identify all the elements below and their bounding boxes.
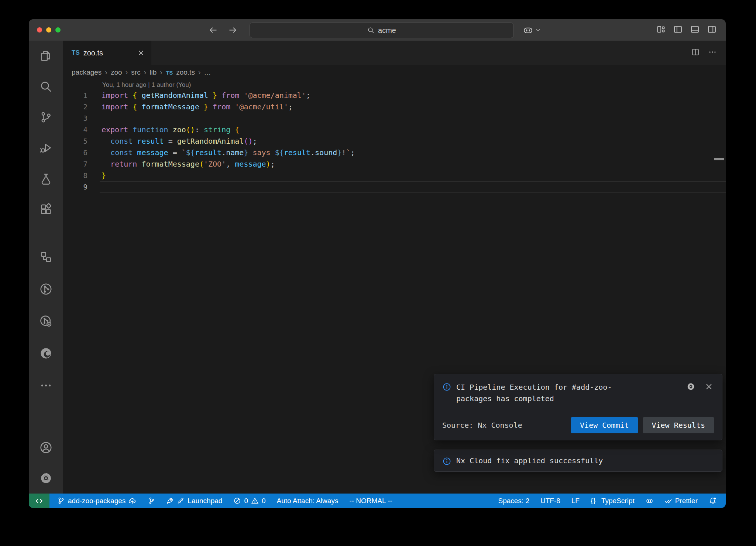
activity-references[interactable] [29,241,63,273]
code-text: } [87,170,106,181]
code-line[interactable]: 3 [63,113,726,124]
view-results-button[interactable]: View Results [643,417,714,433]
traffic-lights [37,19,61,41]
breadcrumb-item[interactable]: zoo.ts [176,68,195,76]
breadcrumb-separator: › [126,68,128,76]
code-text: const result = getRandomAnimal(); [87,136,257,147]
code-line[interactable]: 5 const result = getRandomAnimal(); [63,136,726,147]
remote-icon [35,497,43,505]
line-number[interactable]: 9 [63,181,87,193]
statusbar-auto-attach[interactable]: Auto Attach: Always [271,494,344,508]
toggle-secondary-sidebar-button[interactable] [707,24,717,36]
statusbar-notifications-bell[interactable] [703,494,722,508]
rocket-icon [166,497,174,505]
line-number[interactable]: 1 [63,90,87,101]
nx-graph-icon [39,283,52,296]
line-number[interactable]: 5 [63,136,87,147]
statusbar-language-mode[interactable]: {}TypeScript [585,494,640,508]
hierarchy-icon [39,250,52,263]
nx-cloud-icon [39,315,52,328]
sidebar-right-icon [707,24,717,34]
activity-bar [29,41,63,494]
chevron-down-icon [535,27,541,33]
customize-layout-button[interactable] [656,24,666,36]
activity-search[interactable] [29,71,63,102]
statusbar-source-control-graph[interactable] [142,494,161,508]
line-number[interactable]: 4 [63,124,87,136]
navigate-forward-icon[interactable] [228,25,238,35]
navigate-back-icon[interactable] [208,25,218,35]
line-number[interactable]: 8 [63,170,87,181]
code-line[interactable]: 2import { formatMessage } from '@acme/ut… [63,101,726,113]
statusbar-problems[interactable]: 00 [228,494,271,508]
breadcrumb-item[interactable]: lib [150,68,157,76]
line-number[interactable]: 6 [63,147,87,158]
breadcrumb-more[interactable]: … [204,68,211,76]
breadcrumb-item[interactable]: zoo [111,68,122,76]
activity-nx-console[interactable] [29,273,63,305]
typescript-file-icon: TS [72,49,80,57]
more-actions-button[interactable] [708,48,717,58]
activity-accounts[interactable] [29,432,63,463]
statusbar-nx-launchpad[interactable]: Launchpad [161,494,228,508]
code-line[interactable]: 1import { getRandomAnimal } from '@acme/… [63,90,726,101]
code-line[interactable]: 9 [63,181,726,193]
line-number[interactable]: 2 [63,101,87,113]
activity-source-control[interactable] [29,102,63,133]
tab-close-icon[interactable] [137,49,145,57]
notification-settings-icon[interactable] [687,382,695,391]
remote-indicator[interactable] [29,494,49,508]
statusbar-formatter-prettier[interactable]: Prettier [659,494,703,508]
code-line[interactable]: 4export function zoo(): string { [63,124,726,136]
breadcrumb-separator: › [160,68,162,76]
activity-explorer[interactable] [29,41,63,71]
statusbar-label: LF [571,497,580,505]
activity-edge-tools[interactable] [29,337,63,369]
split-editor-button[interactable] [691,48,700,58]
view-commit-button[interactable]: View Commit [571,417,638,433]
statusbar-label: UTF-8 [540,497,560,505]
breadcrumb-separator: › [144,68,147,76]
extensions-icon [39,203,52,216]
code-text: const message = `${result.name} says ${r… [87,147,355,158]
statusbar-eol[interactable]: LF [566,494,585,508]
code-line[interactable]: 6 const message = `${result.name} says $… [63,147,726,158]
activity-extensions[interactable] [29,194,63,225]
line-number[interactable]: 3 [63,113,87,124]
statusbar-vim-mode[interactable]: -- NORMAL -- [344,494,398,508]
statusbar-copilot-status[interactable] [640,494,659,508]
ellipsis-icon [39,379,52,392]
statusbar-indentation[interactable]: Spaces: 2 [492,494,535,508]
debug-icon [39,141,52,154]
code-text [87,113,102,124]
statusbar-label: -- NORMAL -- [349,497,392,505]
line-number[interactable]: 7 [63,158,87,170]
activity-more-views[interactable] [29,369,63,402]
split-icon [691,48,700,57]
activity-run-and-debug[interactable] [29,133,63,163]
activity-nx-cloud[interactable] [29,305,63,337]
statusbar-git-branch[interactable]: add-zoo-packages [52,494,142,508]
close-window-button[interactable] [37,27,42,33]
code-line[interactable]: 7 return formatMessage('ZOO', message); [63,158,726,170]
command-center-search[interactable]: acme [250,23,514,38]
search-value: acme [378,26,396,35]
copilot-menu[interactable] [523,19,541,41]
breadcrumb-item[interactable]: packages [72,68,102,76]
tab-zoo-ts[interactable]: TS zoo.ts [63,41,151,65]
notification-close-icon[interactable] [705,382,713,391]
breadcrumb-separator: › [105,68,107,76]
editor[interactable]: You, 1 hour ago | 1 author (You) 1import… [63,80,726,494]
panel-bottom-icon [690,24,700,34]
beaker-icon [39,172,52,185]
toggle-panel-button[interactable] [690,24,700,36]
activity-settings[interactable] [29,463,63,494]
code-line[interactable]: 8} [63,170,726,181]
activity-testing[interactable] [29,163,63,194]
notification-toast: CI Pipeline Execution for #add-zoo-packa… [434,374,722,440]
minimize-window-button[interactable] [46,27,51,33]
statusbar-encoding[interactable]: UTF-8 [535,494,566,508]
toggle-primary-sidebar-button[interactable] [673,24,683,36]
breadcrumb-item[interactable]: src [131,68,140,76]
zoom-window-button[interactable] [55,27,61,33]
